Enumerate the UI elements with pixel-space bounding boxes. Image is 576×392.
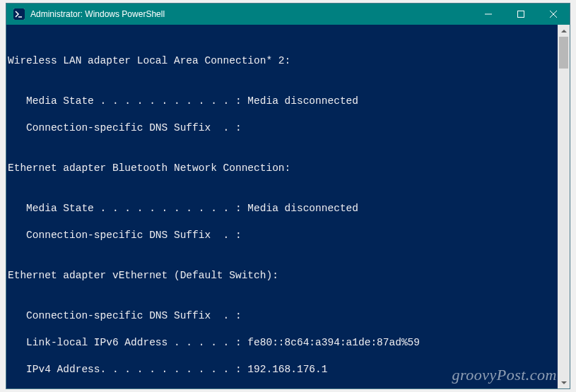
scroll-track[interactable] — [558, 37, 570, 376]
maximize-button[interactable] — [505, 4, 537, 25]
scroll-thumb[interactable] — [559, 37, 568, 69]
output-line: IPv4 Address. . . . . . . . . . . : 192.… — [8, 363, 558, 376]
output-line: Ethernet adapter vEthernet (Default Swit… — [8, 269, 558, 283]
close-button[interactable] — [537, 4, 570, 25]
vertical-scrollbar[interactable] — [558, 25, 570, 388]
output-line: Media State . . . . . . . . . . . : Medi… — [8, 95, 558, 108]
svg-rect-2 — [518, 11, 524, 18]
minimize-button[interactable] — [472, 4, 505, 25]
powershell-icon — [13, 8, 25, 20]
output-line: Connection-specific DNS Suffix . : — [8, 121, 558, 135]
output-line: Connection-specific DNS Suffix . : — [8, 309, 558, 323]
output-line: Link-local IPv6 Address . . . . . : fe80… — [8, 336, 558, 350]
output-line: Media State . . . . . . . . . . . : Medi… — [8, 202, 558, 215]
window-controls — [472, 4, 570, 25]
window-title: Administrator: Windows PowerShell — [30, 9, 472, 19]
titlebar[interactable]: Administrator: Windows PowerShell — [6, 4, 570, 25]
output-line: Wireless LAN adapter Local Area Connecti… — [8, 54, 558, 68]
powershell-window: Administrator: Windows PowerShell Wirele… — [6, 3, 570, 389]
output-line: Ethernet adapter Bluetooth Network Conne… — [8, 162, 558, 175]
terminal-output[interactable]: Wireless LAN adapter Local Area Connecti… — [6, 25, 558, 388]
content-area: Wireless LAN adapter Local Area Connecti… — [6, 25, 570, 388]
scroll-down-button[interactable] — [558, 376, 570, 388]
scroll-up-button[interactable] — [558, 25, 570, 37]
output-line: Connection-specific DNS Suffix . : — [8, 229, 558, 242]
